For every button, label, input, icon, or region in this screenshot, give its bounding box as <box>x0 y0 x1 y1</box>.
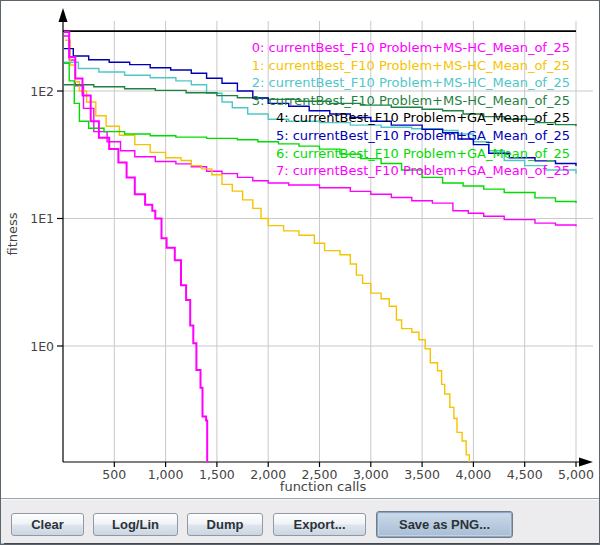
save-png-button[interactable]: Save as PNG... <box>376 511 513 538</box>
export-button[interactable]: Export... <box>273 513 366 536</box>
x-tick-label: 500 <box>102 467 126 482</box>
x-axis-title: function calls <box>280 479 367 494</box>
y-tick-label: 1E0 <box>30 339 54 354</box>
legend-item-5: 5: currentBest_F10 Problem+GA_Mean_of_25 <box>252 127 570 145</box>
x-tick-label: 4,500 <box>507 467 543 482</box>
legend-item-0: 0: currentBest_F10 Problem+MS-HC_Mean_of… <box>252 39 570 57</box>
clear-button[interactable]: Clear <box>11 513 84 536</box>
legend-item-1: 1: currentBest_F10 Problem+MS-HC_Mean_of… <box>252 57 570 75</box>
y-tick-label: 1E1 <box>30 211 54 226</box>
dump-button[interactable]: Dump <box>187 513 263 536</box>
x-axis-arrow-icon <box>579 458 593 467</box>
legend-item-3: 3: currentBest_F10 Problem+MS-HC_Mean_of… <box>252 92 570 110</box>
loglin-button[interactable]: Log/Lin <box>93 513 178 536</box>
chart-panel: 1E21E11E05001,0001,5002,0002,5003,0003,5… <box>1 1 600 498</box>
x-tick-label: 4,000 <box>456 467 492 482</box>
series-line-7 <box>64 32 207 468</box>
chart-legend: 0: currentBest_F10 Problem+MS-HC_Mean_of… <box>252 39 570 180</box>
legend-item-6: 6: currentBest_F10 Problem+GA_Mean_of_25 <box>252 145 570 163</box>
y-tick-label: 1E2 <box>30 84 54 99</box>
plot-window: 1E21E11E05001,0001,5002,0002,5003,0003,5… <box>0 0 600 545</box>
legend-item-4: 4: currentBest_F10 Problem+GA_Mean_of_25 <box>252 109 570 127</box>
x-tick-label: 1,500 <box>199 467 235 482</box>
x-tick-label: 1,000 <box>148 467 184 482</box>
x-tick-label: 5,000 <box>558 467 594 482</box>
y-axis-title: fitness <box>5 212 20 255</box>
legend-item-7: 7: currentBest_F10 Problem+GA_Mean_of_25 <box>252 162 570 180</box>
x-tick-label: 3,500 <box>404 467 440 482</box>
legend-item-2: 2: currentBest_F10 Problem+MS-HC_Mean_of… <box>252 74 570 92</box>
y-axis-arrow-icon <box>59 8 68 22</box>
button-toolbar: Clear Log/Lin Dump Export... Save as PNG… <box>1 498 600 543</box>
